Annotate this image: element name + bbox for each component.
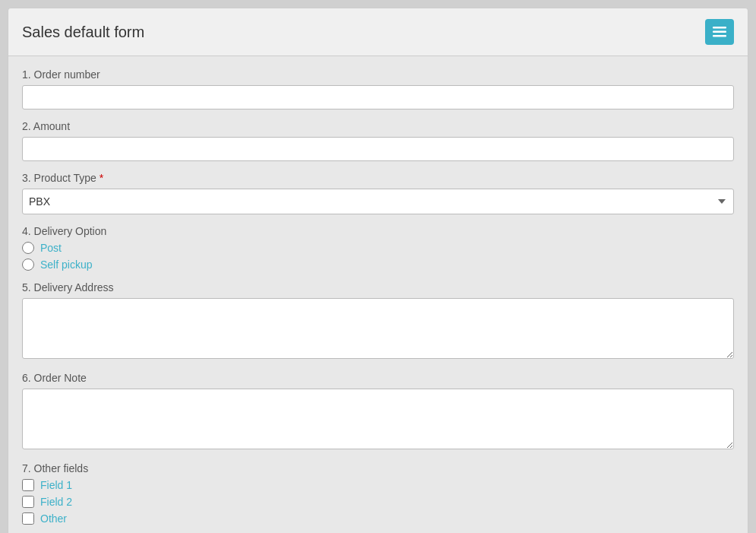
amount-input[interactable]	[22, 137, 734, 161]
product-type-select-wrapper: PBX Hardware Software Service	[22, 189, 734, 214]
delivery-address-label: 5. Delivery Address	[22, 281, 734, 293]
checkbox-other[interactable]	[22, 512, 34, 525]
svg-rect-0	[713, 27, 726, 29]
radio-post[interactable]	[22, 242, 34, 254]
checkbox-item-field2[interactable]: Field 2	[22, 496, 734, 508]
form-header: Sales default form	[8, 8, 748, 56]
amount-group: 2. Amount	[22, 120, 734, 161]
checkbox-item-other[interactable]: Other	[22, 512, 734, 525]
amount-label: 2. Amount	[22, 120, 734, 132]
delivery-option-radio-group: Post Self pickup	[22, 242, 734, 271]
delivery-address-group: 5. Delivery Address	[22, 281, 734, 361]
radio-item-post[interactable]: Post	[22, 242, 734, 254]
product-type-group: 3. Product Type * PBX Hardware Software …	[22, 172, 734, 214]
order-number-input[interactable]	[22, 85, 734, 109]
menu-button[interactable]	[705, 19, 734, 45]
other-fields-checkbox-group: Field 1 Field 2 Other	[22, 479, 734, 525]
radio-self-pickup-label: Self pickup	[40, 259, 92, 271]
delivery-address-input[interactable]	[22, 298, 734, 359]
order-number-label: 1. Order number	[22, 68, 734, 81]
svg-rect-2	[713, 35, 726, 37]
radio-item-self-pickup[interactable]: Self pickup	[22, 259, 734, 271]
menu-icon	[713, 27, 726, 37]
checkbox-other-label: Other	[40, 512, 67, 525]
checkbox-field1-label: Field 1	[40, 479, 72, 491]
order-note-group: 6. Order Note	[22, 372, 734, 452]
other-fields-label: 7. Other fields	[22, 462, 734, 474]
order-number-group: 1. Order number	[22, 68, 734, 109]
svg-rect-1	[713, 31, 726, 33]
product-type-label: 3. Product Type *	[22, 172, 734, 184]
form-body: 1. Order number 2. Amount 3. Product Typ…	[8, 56, 748, 533]
checkbox-field2-label: Field 2	[40, 496, 72, 508]
order-note-label: 6. Order Note	[22, 372, 734, 384]
radio-self-pickup[interactable]	[22, 259, 34, 271]
delivery-option-label: 4. Delivery Option	[22, 225, 734, 237]
checkbox-field2[interactable]	[22, 496, 34, 508]
other-fields-group: 7. Other fields Field 1 Field 2 Other	[22, 462, 734, 525]
checkbox-field1[interactable]	[22, 479, 34, 491]
order-note-input[interactable]	[22, 389, 734, 449]
sales-form: Sales default form 1. Order number 2. Am…	[8, 8, 748, 533]
delivery-option-group: 4. Delivery Option Post Self pickup	[22, 225, 734, 271]
form-title: Sales default form	[22, 24, 144, 41]
checkbox-item-field1[interactable]: Field 1	[22, 479, 734, 491]
radio-post-label: Post	[40, 242, 62, 254]
product-type-select[interactable]: PBX Hardware Software Service	[22, 189, 734, 214]
